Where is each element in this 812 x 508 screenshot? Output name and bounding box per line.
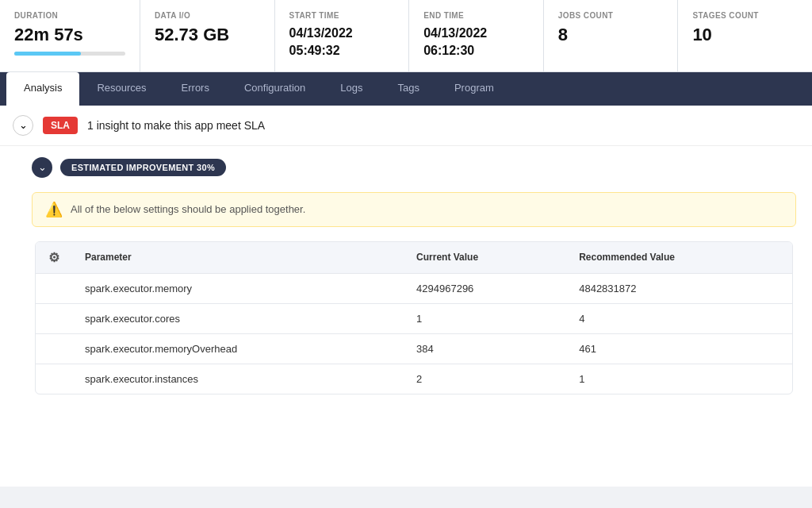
metric-card-data-io: DATA I/O 52.73 GB xyxy=(140,0,275,71)
metrics-bar: DURATION 22m 57s DATA I/O 52.73 GB START… xyxy=(0,0,812,72)
table-cell-parameter: spark.executor.memory xyxy=(72,273,404,303)
metric-label-end-time: END TIME xyxy=(423,11,529,20)
metric-card-duration: DURATION 22m 57s xyxy=(0,0,140,71)
metric-card-jobs-count: JOBS COUNT 8 xyxy=(544,0,679,71)
metric-value-start-time-date: 04/13/2022 xyxy=(289,25,395,42)
table-cell-recommended: 4 xyxy=(566,303,792,333)
tab-analysis[interactable]: Analysis xyxy=(6,72,79,106)
table-cell-parameter: spark.executor.memoryOverhead xyxy=(72,333,404,364)
settings-icon: ⚙ xyxy=(48,251,59,264)
table-cell-current: 4294967296 xyxy=(404,273,566,303)
metric-value-duration: 22m 57s xyxy=(14,25,125,45)
metric-label-duration: DURATION xyxy=(14,11,125,20)
metric-label-data-io: DATA I/O xyxy=(155,11,260,20)
sla-message: 1 insight to make this app meet SLA xyxy=(87,119,265,132)
improvement-row: ⌄ ESTIMATED IMPROVEMENT 30% xyxy=(32,157,796,178)
tabs-bar: Analysis Resources Errors Configuration … xyxy=(0,72,812,106)
metric-value-stages-count: 10 xyxy=(692,25,798,45)
chevron-down-icon-dark: ⌄ xyxy=(38,161,47,173)
table-cell-parameter: spark.executor.cores xyxy=(72,303,404,333)
col-header-current: Current Value xyxy=(404,242,566,274)
improvement-collapse-button[interactable]: ⌄ xyxy=(32,157,52,178)
metric-label-stages-count: STAGES COUNT xyxy=(692,11,798,20)
table-cell-recommended: 1 xyxy=(566,364,792,394)
table-cell-icon xyxy=(36,333,72,364)
metric-value-start-time-time: 05:49:32 xyxy=(289,42,395,60)
sla-collapse-button[interactable]: ⌄ xyxy=(13,115,33,136)
metric-value-end-time-time: 06:12:30 xyxy=(423,42,529,60)
insight-panel: ⌄ ESTIMATED IMPROVEMENT 30% ⚠️ All of th… xyxy=(0,146,812,406)
table-cell-current: 1 xyxy=(404,303,566,333)
duration-progress-fill xyxy=(14,52,81,56)
duration-progress-bar xyxy=(14,52,125,56)
tab-resources[interactable]: Resources xyxy=(79,72,163,106)
table-cell-icon xyxy=(36,273,72,303)
tab-logs[interactable]: Logs xyxy=(323,72,380,106)
tab-configuration[interactable]: Configuration xyxy=(227,72,323,106)
col-header-parameter: Parameter xyxy=(72,242,404,274)
table-header-icon-cell: ⚙ xyxy=(36,242,72,274)
sla-row: ⌄ SLA 1 insight to make this app meet SL… xyxy=(0,106,812,146)
warning-icon: ⚠️ xyxy=(45,201,63,218)
metric-card-stages-count: STAGES COUNT 10 xyxy=(678,0,812,71)
warning-text: All of the below settings should be appl… xyxy=(71,203,305,215)
tab-tags[interactable]: Tags xyxy=(380,72,436,106)
metric-card-end-time: END TIME 04/13/2022 06:12:30 xyxy=(409,0,544,71)
col-header-recommended: Recommended Value xyxy=(566,242,792,274)
parameter-table: ⚙ Parameter Current Value Recommended Va… xyxy=(36,242,792,394)
table-row: spark.executor.instances 2 1 xyxy=(36,364,792,394)
metric-label-start-time: START TIME xyxy=(289,11,395,20)
table-cell-recommended: 461 xyxy=(566,333,792,364)
metric-card-start-time: START TIME 04/13/2022 05:49:32 xyxy=(275,0,410,71)
main-content: ⌄ SLA 1 insight to make this app meet SL… xyxy=(0,106,812,487)
table-row: spark.executor.memoryOverhead 384 461 xyxy=(36,333,792,364)
sla-badge: SLA xyxy=(43,117,78,134)
metric-label-jobs-count: JOBS COUNT xyxy=(558,11,664,20)
table-row: spark.executor.cores 1 4 xyxy=(36,303,792,333)
table-cell-current: 384 xyxy=(404,333,566,364)
metric-value-data-io: 52.73 GB xyxy=(155,25,260,45)
table-cell-current: 2 xyxy=(404,364,566,394)
metric-value-jobs-count: 8 xyxy=(558,25,664,45)
parameter-table-container: ⚙ Parameter Current Value Recommended Va… xyxy=(35,241,793,394)
metric-value-end-time-date: 04/13/2022 xyxy=(423,25,529,42)
table-cell-icon xyxy=(36,364,72,394)
chevron-down-icon: ⌄ xyxy=(19,119,28,131)
table-cell-recommended: 4842831872 xyxy=(566,273,792,303)
tab-errors[interactable]: Errors xyxy=(164,72,227,106)
warning-box: ⚠️ All of the below settings should be a… xyxy=(32,192,796,227)
table-cell-icon xyxy=(36,303,72,333)
improvement-badge: ESTIMATED IMPROVEMENT 30% xyxy=(60,159,226,176)
table-cell-parameter: spark.executor.instances xyxy=(72,364,404,394)
tab-program[interactable]: Program xyxy=(437,72,511,106)
table-row: spark.executor.memory 4294967296 4842831… xyxy=(36,273,792,303)
